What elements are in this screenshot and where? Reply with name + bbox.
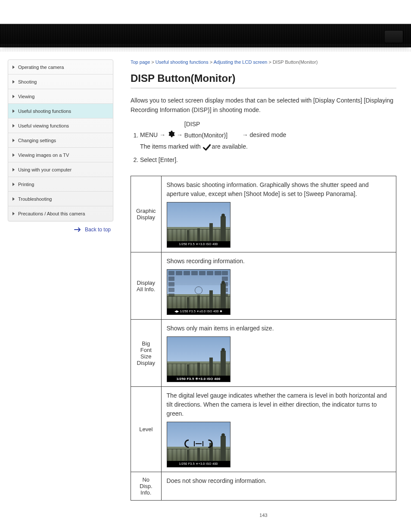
sidebar-item-label: Troubleshooting	[18, 196, 52, 202]
caret-icon	[12, 212, 15, 215]
table-row: No Disp. Info. Does not show recording i…	[131, 472, 396, 501]
sidebar-item-troubleshooting[interactable]: Troubleshooting	[8, 192, 113, 206]
sidebar-item-printing[interactable]: Printing	[8, 177, 113, 192]
caret-icon	[12, 65, 15, 69]
info-strip: ◀▶ 1/250 F3.5 ☀±0.0 ISO 400 ✱	[167, 308, 230, 314]
sidebar-item-computer[interactable]: Using with your computer	[8, 162, 113, 177]
steps-list: MENU → → [DISP Button(Monitor)] → desire…	[131, 119, 396, 165]
page-number: 143	[131, 513, 396, 518]
step-text: desired mode	[250, 132, 286, 139]
row-desc: Shows basic shooting information. Graphi…	[167, 180, 391, 199]
intro-text: Allows you to select screen display mode…	[131, 96, 396, 115]
back-to-top-link[interactable]: Back to top	[85, 227, 111, 233]
row-content: The digital level gauge indicates whethe…	[161, 387, 396, 472]
sidebar-item-changing-settings[interactable]: Changing settings	[8, 133, 113, 148]
gear-icon	[167, 130, 175, 141]
table-row: Level The digital level gauge indicates …	[131, 387, 396, 472]
caret-icon	[12, 153, 15, 157]
breadcrumb-link[interactable]: Top page	[131, 59, 150, 65]
sidebar: Operating the camera Shooting Viewing Us…	[8, 59, 113, 221]
sidebar-item-label: Using with your computer	[18, 167, 72, 172]
sidebar-item-shooting[interactable]: Shooting	[8, 75, 113, 89]
main-content: Top page > Useful shooting functions > A…	[113, 59, 411, 518]
breadcrumb: Top page > Useful shooting functions > A…	[131, 59, 396, 65]
sidebar-item-label: Precautions / About this camera	[18, 211, 85, 216]
step-2: Select [Enter].	[140, 155, 396, 165]
sidebar-item-label: Operating the camera	[18, 65, 64, 70]
sidebar-item-useful-viewing[interactable]: Useful viewing functions	[8, 118, 113, 133]
sidebar-item-operating[interactable]: Operating the camera	[8, 60, 113, 75]
sidebar-item-viewing[interactable]: Viewing	[8, 89, 113, 104]
breadcrumb-link[interactable]: Useful shooting functions	[156, 59, 209, 65]
divider	[131, 88, 396, 88]
row-key: No Disp. Info.	[131, 472, 162, 501]
sidebar-item-label: Changing settings	[18, 138, 56, 143]
table-row: Display All Info. Shows recording inform…	[131, 252, 396, 320]
caret-icon	[12, 168, 15, 171]
sidebar-item-label: Useful viewing functions	[18, 123, 69, 128]
step-note: The items marked with	[140, 143, 202, 150]
caret-icon	[12, 124, 15, 128]
info-strip: 1/250 F3.5 ☀+3.0 ISO 400	[167, 461, 230, 467]
thumbnail-graphic-display: 1/250 F3.5 ☀+3.0 ISO 400	[167, 202, 230, 248]
step-1: MENU → → [DISP Button(Monitor)] → desire…	[140, 119, 396, 152]
sidebar-item-label: Useful shooting functions	[18, 109, 71, 114]
row-desc: The digital level gauge indicates whethe…	[167, 391, 391, 418]
row-content: Shows basic shooting information. Graphi…	[161, 176, 396, 252]
page-title: DISP Button(Monitor)	[131, 72, 396, 84]
caret-icon	[12, 95, 15, 98]
row-content: Shows recording information. ◀▶ 1/250 F3…	[161, 252, 396, 320]
row-key: Graphic Display	[131, 176, 162, 252]
caret-icon	[12, 80, 15, 84]
print-tab[interactable]	[384, 30, 403, 43]
caret-icon	[12, 139, 15, 142]
thumbnail-display-all: ◀▶ 1/250 F3.5 ☀±0.0 ISO 400 ✱	[167, 269, 230, 315]
breadcrumb-link[interactable]: Adjusting the LCD screen	[214, 59, 268, 65]
sidebar-item-tv[interactable]: Viewing images on a TV	[8, 148, 113, 162]
info-strip: 1/250 F3.5 ☀+3.0 ISO 400	[167, 241, 230, 247]
row-key: Level	[131, 387, 162, 472]
check-icon	[202, 143, 210, 151]
row-content: Does not show recording information.	[161, 472, 396, 501]
row-desc: Shows only main items in enlarged size.	[167, 324, 391, 333]
table-row: Big Font Size Display Shows only main it…	[131, 320, 396, 387]
step-text: MENU	[140, 132, 159, 139]
breadcrumb-current: DISP Button(Monitor)	[273, 59, 318, 65]
sidebar-item-label: Printing	[18, 182, 34, 187]
row-desc: Shows recording information.	[167, 257, 391, 266]
caret-icon	[12, 109, 15, 113]
sidebar-item-label: Viewing	[18, 94, 34, 99]
step-note: are available.	[212, 143, 248, 150]
sidebar-item-label: Viewing images on a TV	[18, 152, 69, 158]
display-modes-table: Graphic Display Shows basic shooting inf…	[131, 176, 396, 501]
header-bar	[0, 24, 411, 47]
thumbnail-big-font: 1/250 F3.5 ☀+3.0 ISO 400	[167, 336, 230, 382]
sidebar-item-useful-shooting[interactable]: Useful shooting functions	[8, 104, 113, 118]
row-key: Display All Info.	[131, 252, 162, 320]
row-desc: Does not show recording information.	[167, 476, 391, 485]
step-text: [DISP Button(Monitor)]	[184, 119, 240, 140]
thumbnail-level: 1/250 F3.5 ☀+3.0 ISO 400	[167, 422, 230, 467]
table-row: Graphic Display Shows basic shooting inf…	[131, 176, 396, 252]
caret-icon	[12, 197, 15, 201]
row-content: Shows only main items in enlarged size. …	[161, 320, 396, 387]
row-key: Big Font Size Display	[131, 320, 162, 387]
caret-icon	[12, 183, 15, 186]
info-strip: 1/250 F3.5 ☀+3.0 ISO 400	[167, 376, 230, 382]
arrow-right-icon	[74, 227, 82, 233]
sidebar-item-precautions[interactable]: Precautions / About this camera	[8, 206, 113, 221]
sidebar-item-label: Shooting	[18, 79, 37, 84]
back-to-top[interactable]: Back to top	[0, 227, 111, 233]
